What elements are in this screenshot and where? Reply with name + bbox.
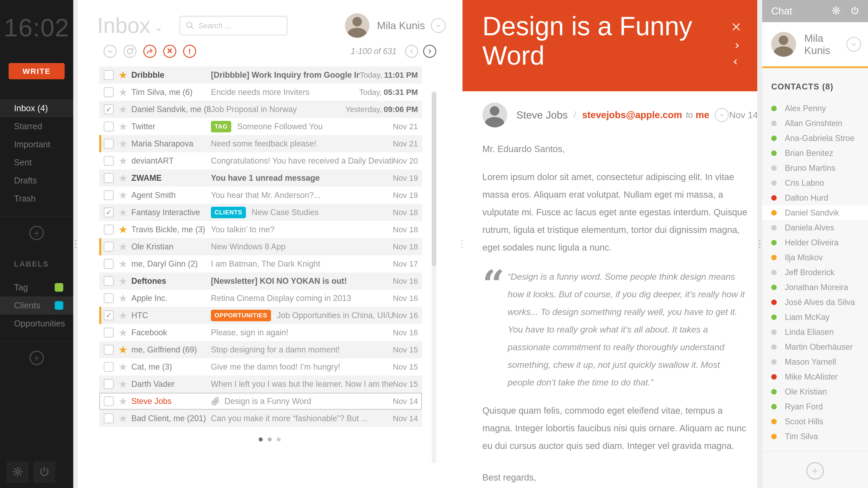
chat-logout-button[interactable] [850, 6, 860, 16]
contact-row[interactable]: Liam McKay [762, 310, 868, 325]
email-row[interactable]: ★ Darth Vader When I left you I was but … [99, 376, 422, 393]
star-icon[interactable]: ★ [117, 138, 129, 150]
list-scrollbar[interactable] [432, 91, 436, 463]
contact-row[interactable]: Linda Eliasen [762, 325, 868, 339]
star-icon[interactable]: ★ [117, 172, 129, 184]
star-icon[interactable]: ★ [117, 223, 129, 236]
settings-button[interactable] [7, 461, 29, 483]
email-details-button[interactable] [715, 108, 729, 122]
contact-row[interactable]: Daniela Alves [762, 220, 868, 235]
email-row[interactable]: ★ Twitter TAG Someone Followed You Nov 2… [99, 118, 422, 135]
add-contact-button[interactable]: + [806, 462, 824, 480]
star-icon[interactable]: ★ [117, 275, 129, 287]
forward-email-icon[interactable] [734, 43, 739, 48]
sidebar-menu-item[interactable]: Trash [0, 190, 73, 207]
write-button[interactable]: WRITE [8, 63, 65, 79]
star-icon[interactable]: ★ [117, 103, 129, 116]
star-icon[interactable]: ★ [117, 344, 129, 356]
star-icon[interactable]: ★ [117, 155, 129, 167]
star-icon[interactable]: ★ [117, 240, 129, 253]
email-checkbox[interactable] [104, 259, 114, 269]
contact-row[interactable]: Mike McAlister [762, 369, 868, 384]
star-icon[interactable]: ★ [117, 258, 129, 270]
email-checkbox[interactable] [104, 225, 114, 234]
contact-row[interactable]: Dalton Hurd [762, 191, 868, 205]
sender-address[interactable]: stevejobs@apple.com [582, 109, 682, 121]
email-checkbox[interactable] [104, 328, 114, 337]
email-row[interactable]: ★ Fantasy Interactive CLIENTS New Case S… [99, 204, 422, 221]
email-checkbox[interactable] [104, 156, 114, 166]
star-icon[interactable]: ★ [117, 292, 129, 304]
sidebar-menu-item[interactable]: Important [0, 135, 73, 153]
email-row[interactable]: ★ HTC OPPORTUNITIES Job Opportunities in… [99, 307, 422, 324]
sidebar-menu-item[interactable]: Inbox (4) [0, 99, 73, 117]
contact-row[interactable]: Alex Penny [762, 101, 868, 116]
contact-row[interactable]: Ryan Ford [762, 399, 868, 414]
sidebar-menu-item[interactable]: Starred [0, 117, 73, 135]
add-label-button[interactable]: + [29, 351, 44, 365]
email-row[interactable]: ★ Tim Silva, me (6) Encide needs more In… [99, 84, 422, 101]
email-checkbox[interactable] [104, 311, 114, 320]
contact-row[interactable]: Cris Labno [762, 175, 868, 191]
add-folder-button[interactable]: + [29, 226, 44, 240]
refresh-button[interactable] [123, 45, 136, 58]
email-checkbox[interactable] [104, 293, 114, 303]
page-dot[interactable] [268, 437, 272, 442]
select-all-button[interactable] [103, 45, 117, 58]
star-icon[interactable]: ★ [117, 412, 129, 424]
email-row[interactable]: ★ me, Girlfriend (69) Stop designing for… [99, 341, 422, 358]
label-row[interactable]: Tag [0, 278, 73, 296]
email-checkbox[interactable] [104, 139, 114, 149]
page-dot[interactable] [277, 437, 281, 442]
splitter-email-chat[interactable] [757, 0, 762, 488]
contact-row[interactable]: Jeff Broderick [762, 265, 868, 280]
email-checkbox[interactable] [104, 173, 114, 183]
label-row[interactable]: Clients [0, 296, 73, 315]
email-checkbox[interactable] [104, 379, 114, 389]
email-row[interactable]: ★ Steve Jobs Design is a Funny Word Nov … [99, 393, 422, 410]
email-checkbox[interactable] [104, 242, 114, 252]
email-row[interactable]: ★ Bad Client, me (201) Can you make it m… [99, 410, 422, 427]
email-checkbox[interactable] [104, 276, 114, 286]
email-checkbox[interactable] [104, 190, 114, 200]
star-icon[interactable]: ★ [117, 326, 129, 339]
splitter-sidebar-list[interactable] [73, 0, 78, 488]
contact-row[interactable]: Martin Oberhäuser [762, 339, 868, 355]
search-input[interactable] [198, 21, 282, 30]
star-icon[interactable]: ★ [117, 378, 129, 390]
contact-row[interactable]: Jonathan Moreira [762, 280, 868, 295]
email-row[interactable]: ★ Cat, me (3) Give me the damn food! I’m… [99, 358, 422, 376]
contact-row[interactable]: Scoot Hills [762, 414, 868, 429]
star-icon[interactable]: ★ [117, 121, 129, 133]
recipient[interactable]: me [695, 109, 709, 121]
contact-row[interactable]: Bruno Martins [762, 161, 868, 175]
scrollbar-thumb[interactable] [432, 92, 436, 266]
delete-button[interactable]: × [163, 45, 176, 58]
contact-row[interactable]: Ana-Gabriela Stroe [762, 131, 868, 146]
email-checkbox[interactable] [104, 414, 114, 423]
page-dot[interactable] [258, 437, 263, 442]
email-row[interactable]: ★ Ole Kristian New Windows 8 App Nov 18 [99, 238, 422, 255]
account-menu-button[interactable] [431, 18, 446, 33]
star-icon[interactable]: ★ [117, 86, 129, 98]
email-checkbox[interactable] [104, 87, 114, 97]
contact-row[interactable]: Brian Benitez [762, 146, 868, 161]
email-row[interactable]: ★ Deftones [Newsletter] KOI NO YOKAN is … [99, 272, 422, 290]
email-checkbox[interactable] [104, 122, 114, 131]
email-row[interactable]: ★ Travis Bickle, me (3) You talkin’ to m… [99, 221, 422, 238]
user-avatar[interactable] [345, 13, 369, 38]
email-row[interactable]: ★ deviantART Congratulations! You have r… [99, 152, 422, 169]
email-checkbox[interactable] [104, 104, 114, 114]
contact-row[interactable]: Tim Silva [762, 429, 868, 444]
logout-button[interactable] [33, 461, 55, 483]
email-row[interactable]: ★ Agent Smith You hear that Mr. Anderson… [99, 187, 422, 204]
delete-email-icon[interactable] [732, 23, 741, 31]
contact-row[interactable]: Ole Kristian [762, 384, 868, 399]
contact-row[interactable]: Mason Yarnell [762, 355, 868, 369]
email-checkbox[interactable] [104, 362, 114, 372]
star-icon[interactable]: ★ [117, 69, 129, 81]
contact-row[interactable]: Ilja Miskov [762, 250, 868, 265]
email-row[interactable]: ★ ZWAME You have 1 unread message Nov 19 [99, 169, 422, 187]
contact-row[interactable]: Helder Oliveira [762, 235, 868, 250]
reply-email-icon[interactable] [734, 59, 739, 65]
